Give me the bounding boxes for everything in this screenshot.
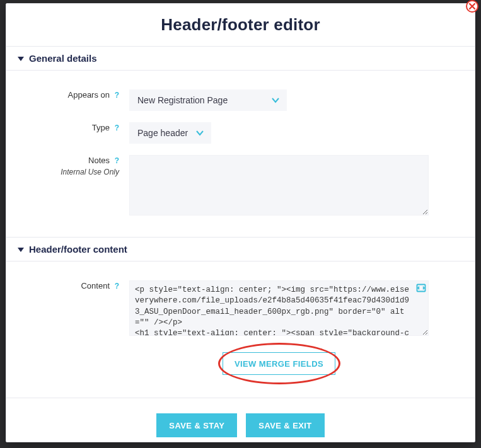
modal-header-footer-editor: Header/footer editor General details App…: [6, 3, 475, 442]
label-content: Content: [81, 281, 110, 290]
help-icon[interactable]: ?: [115, 123, 119, 132]
type-select[interactable]: Page header: [129, 122, 211, 144]
close-icon: [469, 1, 475, 12]
notes-textarea[interactable]: [129, 155, 429, 215]
modal-titlebar: Header/footer editor: [6, 4, 475, 46]
section-title-content: Header/footer content: [29, 244, 127, 255]
close-button[interactable]: [466, 0, 478, 13]
save-and-stay-button[interactable]: SAVE & STAY: [156, 413, 237, 437]
svg-marker-2: [18, 57, 24, 61]
section-toggle-general[interactable]: General details: [6, 46, 475, 71]
help-icon[interactable]: ?: [115, 156, 119, 165]
label-type: Type: [92, 123, 110, 132]
row-appears-on: Appears on ? New Registration Page: [6, 89, 462, 111]
modal-title: Header/footer editor: [6, 15, 475, 35]
row-type: Type ? Page header: [6, 122, 462, 144]
caret-down-icon: [18, 246, 24, 253]
section-body-general: Appears on ? New Registration Page Type …: [6, 71, 475, 237]
help-icon[interactable]: ?: [115, 91, 119, 100]
appears-on-value: New Registration Page: [137, 95, 228, 105]
label-notes-sub: Internal Use Only: [61, 168, 119, 176]
row-notes: Notes ? Internal Use Only: [6, 155, 462, 218]
caret-down-icon: [18, 55, 24, 62]
source-code-toggle[interactable]: [416, 283, 426, 293]
appears-on-select[interactable]: New Registration Page: [129, 89, 287, 111]
chevron-down-icon: [271, 96, 280, 105]
help-icon[interactable]: ?: [115, 282, 119, 290]
row-content: Content ? <p style="text-align: center; …: [6, 280, 462, 375]
label-appears-on: Appears on: [68, 90, 110, 100]
section-toggle-content[interactable]: Header/footer content: [6, 237, 475, 261]
merge-fields-row: VIEW MERGE FIELDS: [129, 352, 429, 375]
svg-marker-3: [18, 248, 24, 252]
save-and-exit-button[interactable]: SAVE & EXIT: [246, 413, 324, 437]
label-notes: Notes: [88, 156, 110, 165]
section-title-general: General details: [29, 53, 97, 64]
content-code-textarea[interactable]: <p style="text-align: center; "><img src…: [129, 280, 429, 336]
type-value: Page header: [137, 128, 188, 138]
modal-footer: SAVE & STAY SAVE & EXIT: [6, 398, 475, 448]
code-icon: [416, 283, 426, 293]
section-body-content: Content ? <p style="text-align: center; …: [6, 261, 475, 398]
view-merge-fields-button[interactable]: VIEW MERGE FIELDS: [223, 352, 335, 375]
chevron-down-icon: [195, 129, 204, 137]
